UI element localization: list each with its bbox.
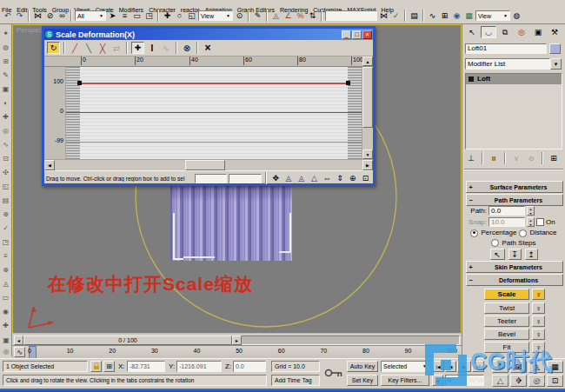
- select-and-link-icon[interactable]: ⋈: [32, 10, 43, 22]
- configure-modifier-sets-icon[interactable]: ⊞: [548, 153, 560, 163]
- schematic-view-icon[interactable]: ⊞: [439, 10, 450, 22]
- pin-stack-icon[interactable]: ⊥: [465, 153, 477, 163]
- material-editor-icon[interactable]: ◉: [451, 10, 462, 22]
- selection-filter-dropdown[interactable]: All▼: [75, 10, 106, 21]
- left-toolbar-icon-16[interactable]: ≡: [3, 249, 8, 262]
- z-coordinate-field[interactable]: 0.0: [233, 361, 266, 372]
- dialog-h-scrollbar[interactable]: [55, 160, 362, 170]
- window-crossing-icon[interactable]: ◳: [143, 10, 155, 22]
- key-mode-dropdown[interactable]: Selected▼: [381, 361, 429, 372]
- object-name-field[interactable]: Loft01: [465, 43, 547, 54]
- left-toolbar-icon-12[interactable]: ▤: [3, 193, 10, 207]
- add-time-tag-field[interactable]: Add Time Tag: [271, 375, 320, 386]
- select-and-scale-icon[interactable]: ◱: [186, 10, 197, 22]
- dialog-title-bar[interactable]: S Scale Deformation(X) _ □ ×: [44, 29, 373, 40]
- cp-value-field[interactable]: [229, 174, 261, 183]
- tab-utilities-icon[interactable]: ⚒: [547, 26, 562, 38]
- zoom-extents-icon[interactable]: ◬: [528, 361, 545, 373]
- scale-deformation-button[interactable]: Scale: [484, 289, 529, 300]
- remove-modifier-icon[interactable]: ⊖: [525, 153, 537, 163]
- selection-lock-icon[interactable]: [90, 361, 102, 372]
- undo-icon[interactable]: ↶: [2, 10, 13, 22]
- mirror-icon[interactable]: ⋈: [378, 10, 389, 22]
- tab-modify-icon[interactable]: ◡: [481, 26, 496, 38]
- swap-deform-curves-icon[interactable]: ⇄: [110, 42, 123, 54]
- path-spinner[interactable]: ▴▾: [527, 206, 535, 216]
- rollout-path-parameters[interactable]: −Path Parameters: [466, 194, 563, 206]
- selection-region-icon[interactable]: ▭: [131, 10, 143, 22]
- bevel-bulb-icon[interactable]: ♀: [532, 329, 545, 340]
- next-frame-button[interactable]: ▶|: [472, 361, 484, 372]
- field-of-view-icon[interactable]: △: [492, 375, 508, 387]
- time-step-forward-icon[interactable]: ▸: [232, 336, 242, 345]
- fit-bulb-icon[interactable]: ♀: [532, 342, 545, 353]
- render-type-dropdown[interactable]: View▼: [475, 10, 510, 21]
- left-toolbar-icon-21[interactable]: ✚: [3, 318, 9, 332]
- snap-toggle-icon[interactable]: ◬: [270, 10, 282, 22]
- h-scroll-thumb[interactable]: [185, 160, 225, 170]
- absolute-offset-toggle-icon[interactable]: ⊞: [103, 361, 115, 372]
- left-toolbar-icon-11[interactable]: ◱: [3, 179, 10, 193]
- time-step-back-icon[interactable]: ◂: [14, 336, 23, 345]
- left-toolbar-icon-20[interactable]: ◉: [3, 304, 9, 318]
- pick-shape-button[interactable]: ↖: [490, 249, 505, 260]
- path-value-field[interactable]: 0.0: [489, 206, 525, 216]
- rollout-deformations[interactable]: −Deformations: [466, 274, 563, 286]
- fit-deformation-button[interactable]: Fit: [484, 342, 529, 353]
- teeter-deformation-button[interactable]: Teeter: [484, 316, 529, 327]
- scroll-right-icon[interactable]: ▶: [362, 160, 373, 170]
- left-toolbar-icon-6[interactable]: ✚: [3, 110, 9, 123]
- key-filters-button[interactable]: Key Filters...: [381, 375, 429, 386]
- tab-hierarchy-icon[interactable]: ⧉: [497, 26, 513, 38]
- left-toolbar-icon-14[interactable]: ✓: [3, 221, 9, 235]
- select-and-rotate-icon[interactable]: ○: [174, 10, 185, 22]
- chevron-down-icon[interactable]: ▼: [550, 58, 562, 70]
- teeter-bulb-icon[interactable]: ♀: [532, 316, 545, 327]
- cp-position-field[interactable]: [195, 174, 227, 183]
- isolate-mode-icon[interactable]: ◎: [1, 347, 11, 356]
- align-icon[interactable]: ✓: [390, 10, 402, 22]
- bind-to-spacewarp-icon[interactable]: ∞: [56, 10, 68, 22]
- select-and-manipulate-icon[interactable]: ✎: [252, 10, 263, 22]
- dialog-v-scrollbar[interactable]: ▼: [362, 67, 373, 159]
- left-toolbar-icon-0[interactable]: ✦: [3, 26, 9, 40]
- y-coordinate-field[interactable]: -1216.091: [176, 361, 222, 372]
- play-button[interactable]: ▶: [457, 361, 471, 372]
- scale-bulb-icon[interactable]: ♀: [532, 289, 545, 300]
- spinner-snap-icon[interactable]: ⇅: [307, 10, 318, 22]
- snap-on-checkbox[interactable]: [536, 218, 544, 226]
- delete-control-point-icon[interactable]: ⊗: [181, 42, 193, 54]
- percent-snap-icon[interactable]: %: [295, 10, 306, 22]
- zoom-all-icon[interactable]: ⊞: [510, 361, 527, 373]
- insert-corner-point-icon[interactable]: ∿: [160, 42, 172, 54]
- make-unique-icon[interactable]: ∨: [510, 153, 522, 163]
- control-point-start[interactable]: [77, 81, 82, 85]
- left-toolbar-icon-10[interactable]: ✣: [3, 165, 9, 179]
- left-toolbar-icon-7[interactable]: ◎: [3, 123, 9, 137]
- quick-render-icon[interactable]: ◍: [511, 10, 522, 22]
- move-control-point-icon[interactable]: ✚: [131, 42, 144, 54]
- curve-editor-icon[interactable]: ∿: [427, 10, 438, 22]
- percentage-radio[interactable]: [470, 229, 478, 237]
- select-object-icon[interactable]: ➤: [107, 10, 118, 22]
- time-slider-thumb[interactable]: 0 / 100: [23, 336, 232, 345]
- open-mini-curve-editor-icon[interactable]: ∿: [14, 347, 25, 357]
- layer-manager-icon[interactable]: ▤: [409, 10, 420, 22]
- previous-shape-button[interactable]: ↧: [508, 249, 522, 260]
- tab-display-icon[interactable]: ▣: [530, 26, 546, 38]
- zoom-extents-icon[interactable]: ◬: [283, 173, 295, 184]
- left-toolbar-icon-5[interactable]: ◐: [3, 96, 8, 110]
- display-x-axis-icon[interactable]: ╱: [69, 42, 81, 54]
- zoom-region-icon[interactable]: ⊡: [360, 173, 371, 184]
- current-frame-field[interactable]: 0: [445, 375, 484, 386]
- stack-item-loft[interactable]: Loft: [466, 74, 562, 84]
- twist-deformation-button[interactable]: Twist: [484, 302, 529, 314]
- zoom-vertically-icon[interactable]: ⇕: [335, 173, 346, 184]
- reset-curve-icon[interactable]: ×: [202, 42, 214, 54]
- angle-snap-icon[interactable]: ∠: [282, 10, 294, 22]
- modifier-list-dropdown[interactable]: Modifier List: [465, 58, 550, 70]
- scroll-down-icon[interactable]: ▼: [362, 149, 373, 159]
- goto-start-button[interactable]: |◀: [432, 361, 444, 372]
- next-shape-button[interactable]: ↥: [525, 249, 538, 260]
- select-by-name-icon[interactable]: ≡: [119, 10, 130, 22]
